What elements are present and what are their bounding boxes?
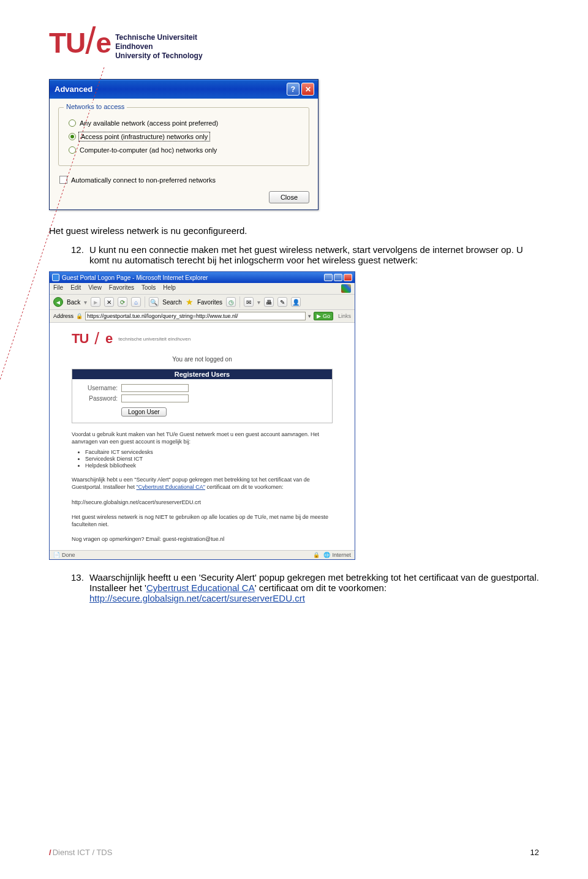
page-logo-e: e: [105, 331, 112, 347]
browser-titlebar[interactable]: Guest Portal Logon Page - Microsoft Inte…: [50, 272, 355, 283]
stop-icon[interactable]: ✕: [104, 297, 114, 307]
links-label[interactable]: Links: [338, 313, 351, 319]
radio-any-network[interactable]: Any available network (access point pref…: [66, 116, 301, 130]
page-para-4: Het guest wireless netwerk is nog NIET t…: [72, 513, 333, 528]
ms-flag-icon: [341, 284, 351, 293]
page-logo-label: technische universiteit eindhoven: [118, 336, 190, 342]
history-icon[interactable]: ◷: [226, 297, 236, 307]
mail-icon[interactable]: ✉: [244, 297, 254, 307]
radio-icon: [69, 146, 76, 154]
minimize-icon[interactable]: [324, 274, 333, 281]
username-input[interactable]: [121, 384, 189, 392]
page-logo-tu: TU: [72, 331, 88, 347]
go-button[interactable]: ▶ Go: [314, 312, 333, 320]
menu-file[interactable]: File: [53, 284, 63, 293]
radio-icon-checked: [69, 133, 76, 140]
step-text: U kunt nu een connectie maken met het gu…: [89, 244, 539, 265]
browser-title: Guest Portal Logon Page - Microsoft Inte…: [62, 274, 208, 281]
logo-slash: /: [85, 27, 96, 53]
username-row: Username:: [81, 384, 323, 392]
radio-label: Any available network (access point pref…: [80, 119, 218, 127]
help-icon[interactable]: ?: [287, 83, 300, 96]
logon-button[interactable]: Logon User: [121, 407, 167, 417]
step-12: 12. U kunt nu een connectie maken met he…: [71, 244, 539, 265]
lock-icon: 🔒: [76, 313, 83, 319]
registered-users-box: Registered Users Username: Password: Log…: [72, 369, 333, 423]
list-item: Servicedesk Dienst ICT: [85, 456, 333, 462]
password-label: Password:: [81, 395, 118, 402]
list-item: Helpdesk bibliotheek: [85, 462, 333, 469]
maximize-icon[interactable]: [334, 274, 342, 281]
page-number: 12: [530, 848, 539, 857]
cert-url-link[interactable]: http://secure.globalsign.net/cacert/sure…: [89, 593, 305, 603]
networks-to-access-group: Networks to access Any available network…: [58, 107, 309, 166]
logo-text: Technische Universiteit Eindhoven Univer…: [115, 33, 202, 61]
logo-line3: University of Technology: [115, 51, 202, 61]
auto-connect-checkbox[interactable]: Automatically connect to non-preferred n…: [58, 175, 309, 191]
radio-icon: [69, 119, 76, 127]
close-icon[interactable]: [344, 274, 352, 281]
browser-page-content: TU / e technische universiteit eindhoven…: [50, 323, 355, 550]
status-lock-icon: 🔒: [313, 552, 320, 558]
radio-label: Access point (infrastructure) networks o…: [80, 133, 209, 140]
step-number: 12.: [71, 244, 89, 265]
footer-dept: Dienst ICT / TDS: [53, 848, 113, 857]
page-footer: /Dienst ICT / TDS 12: [49, 848, 539, 857]
checkbox-icon: [59, 176, 67, 184]
footer-slash: /: [49, 848, 51, 857]
globe-icon: 🌐: [323, 552, 330, 558]
page-cert-link[interactable]: "Cybertrust Educational CA": [137, 484, 205, 490]
back-label[interactable]: Back: [67, 299, 80, 306]
close-icon[interactable]: ✕: [301, 83, 314, 96]
browser-statusbar: 📄 Done 🔒 🌐 Internet: [50, 550, 355, 559]
favorites-label[interactable]: Favorites: [197, 299, 222, 306]
search-label[interactable]: Search: [162, 299, 182, 306]
menu-help[interactable]: Help: [163, 284, 176, 293]
status-zone: Internet: [332, 552, 351, 558]
close-button[interactable]: Close: [269, 191, 309, 203]
address-input[interactable]: [85, 312, 306, 320]
ie-icon: [52, 274, 59, 281]
checkbox-label: Automatically connect to non-preferred n…: [71, 176, 216, 184]
step-13: 13. Waarschijnlijk heeftt u een 'Securit…: [71, 572, 539, 603]
password-input[interactable]: [121, 394, 189, 402]
messenger-icon[interactable]: 👤: [291, 297, 301, 307]
dialog-titlebar[interactable]: Advanced ? ✕: [50, 80, 318, 99]
cybertrust-link[interactable]: Cybertrust Educational CA: [146, 583, 255, 593]
address-label: Address: [53, 313, 74, 319]
page-para-2: Waarschijnlijk hebt u een "Security Aler…: [72, 476, 333, 491]
status-done-icon: 📄: [53, 552, 60, 558]
radio-label: Computer-to-computer (ad hoc) networks o…: [80, 146, 217, 154]
back-icon[interactable]: ◄: [53, 297, 63, 307]
list-item: Facultaire ICT servicedesks: [85, 449, 333, 455]
page-list: Facultaire ICT servicedesks Servicedesk …: [85, 449, 333, 469]
page-para-5: Nog vragen op opmerkingen? Email: guest-…: [72, 535, 333, 543]
forward-icon[interactable]: ►: [91, 297, 100, 307]
menu-view[interactable]: View: [88, 284, 102, 293]
university-logo: TU / e Technische Universiteit Eindhoven…: [49, 31, 539, 61]
search-icon[interactable]: 🔍: [149, 297, 159, 307]
menu-edit[interactable]: Edit: [70, 284, 81, 293]
step-number: 13.: [71, 572, 89, 603]
radio-access-point[interactable]: Access point (infrastructure) networks o…: [66, 130, 301, 143]
menu-favorites[interactable]: Favorites: [109, 284, 134, 293]
refresh-icon[interactable]: ⟳: [118, 297, 127, 307]
group-title: Networks to access: [64, 103, 127, 110]
logo-tu: TU: [49, 31, 85, 56]
browser-toolbar[interactable]: ◄ Back ▾ ► ✕ ⟳ ⌂ 🔍 Search ★ Favorites ◷ …: [50, 295, 355, 310]
browser-menubar[interactable]: File Edit View Favorites Tools Help: [50, 283, 355, 295]
edit-icon[interactable]: ✎: [277, 297, 287, 307]
registered-users-header: Registered Users: [72, 369, 332, 379]
home-icon[interactable]: ⌂: [131, 297, 141, 307]
page-logo-slash: /: [94, 329, 99, 349]
browser-addressbar[interactable]: Address 🔒 ▾ ▶ Go Links: [50, 310, 355, 323]
menu-tools[interactable]: Tools: [141, 284, 156, 293]
dialog-title: Advanced: [55, 85, 92, 94]
favorites-icon[interactable]: ★: [186, 297, 194, 307]
password-row: Password:: [81, 394, 323, 402]
radio-adhoc[interactable]: Computer-to-computer (ad hoc) networks o…: [66, 143, 301, 157]
print-icon[interactable]: 🖶: [264, 297, 274, 307]
username-label: Username:: [81, 385, 118, 391]
logo-e: e: [96, 31, 112, 56]
intro-paragraph: Het guest wireless netwerk is nu geconfi…: [49, 225, 539, 236]
